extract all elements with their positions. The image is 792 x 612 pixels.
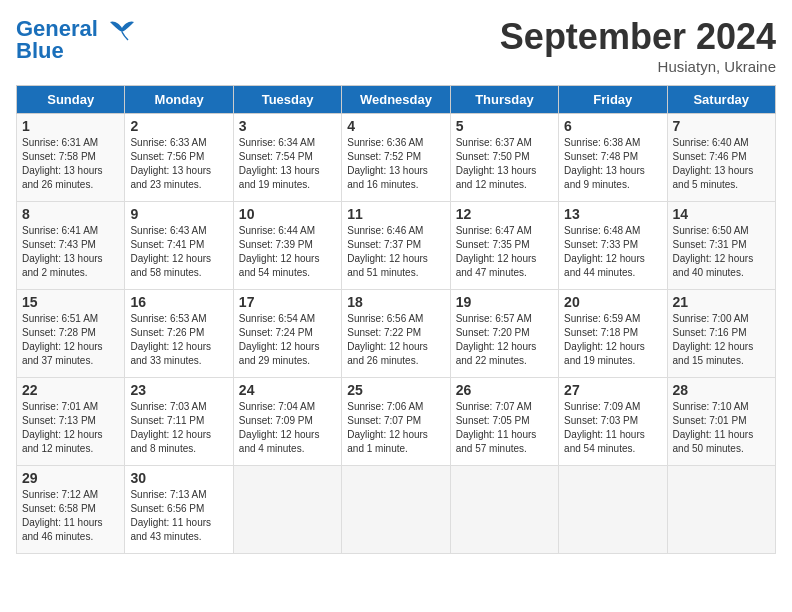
- calendar-day-cell: 24 Sunrise: 7:04 AM Sunset: 7:09 PM Dayl…: [233, 378, 341, 466]
- calendar-week-row: 15 Sunrise: 6:51 AM Sunset: 7:28 PM Dayl…: [17, 290, 776, 378]
- day-info: Sunrise: 6:43 AM Sunset: 7:41 PM Dayligh…: [130, 224, 227, 280]
- day-number: 13: [564, 206, 661, 222]
- calendar-day-cell: 9 Sunrise: 6:43 AM Sunset: 7:41 PM Dayli…: [125, 202, 233, 290]
- day-info: Sunrise: 7:12 AM Sunset: 6:58 PM Dayligh…: [22, 488, 119, 544]
- col-sunday: Sunday: [17, 86, 125, 114]
- day-number: 6: [564, 118, 661, 134]
- col-tuesday: Tuesday: [233, 86, 341, 114]
- day-number: 19: [456, 294, 553, 310]
- calendar-week-row: 29 Sunrise: 7:12 AM Sunset: 6:58 PM Dayl…: [17, 466, 776, 554]
- day-number: 29: [22, 470, 119, 486]
- calendar-day-cell: 28 Sunrise: 7:10 AM Sunset: 7:01 PM Dayl…: [667, 378, 775, 466]
- calendar-day-cell: 25 Sunrise: 7:06 AM Sunset: 7:07 PM Dayl…: [342, 378, 450, 466]
- day-info: Sunrise: 6:44 AM Sunset: 7:39 PM Dayligh…: [239, 224, 336, 280]
- day-number: 26: [456, 382, 553, 398]
- calendar-day-cell: 5 Sunrise: 6:37 AM Sunset: 7:50 PM Dayli…: [450, 114, 558, 202]
- day-number: 20: [564, 294, 661, 310]
- day-number: 4: [347, 118, 444, 134]
- calendar-day-cell: 17 Sunrise: 6:54 AM Sunset: 7:24 PM Dayl…: [233, 290, 341, 378]
- calendar-day-cell: [559, 466, 667, 554]
- calendar-day-cell: 2 Sunrise: 6:33 AM Sunset: 7:56 PM Dayli…: [125, 114, 233, 202]
- col-thursday: Thursday: [450, 86, 558, 114]
- day-number: 28: [673, 382, 770, 398]
- logo: General Blue: [16, 16, 138, 64]
- calendar-day-cell: 29 Sunrise: 7:12 AM Sunset: 6:58 PM Dayl…: [17, 466, 125, 554]
- day-info: Sunrise: 7:06 AM Sunset: 7:07 PM Dayligh…: [347, 400, 444, 456]
- calendar-table: Sunday Monday Tuesday Wednesday Thursday…: [16, 85, 776, 554]
- calendar-day-cell: 16 Sunrise: 6:53 AM Sunset: 7:26 PM Dayl…: [125, 290, 233, 378]
- day-number: 1: [22, 118, 119, 134]
- day-info: Sunrise: 7:09 AM Sunset: 7:03 PM Dayligh…: [564, 400, 661, 456]
- logo-bird-icon: [106, 18, 138, 42]
- day-info: Sunrise: 6:53 AM Sunset: 7:26 PM Dayligh…: [130, 312, 227, 368]
- day-info: Sunrise: 6:47 AM Sunset: 7:35 PM Dayligh…: [456, 224, 553, 280]
- calendar-day-cell: 3 Sunrise: 6:34 AM Sunset: 7:54 PM Dayli…: [233, 114, 341, 202]
- day-number: 23: [130, 382, 227, 398]
- day-number: 27: [564, 382, 661, 398]
- day-number: 7: [673, 118, 770, 134]
- calendar-day-cell: 7 Sunrise: 6:40 AM Sunset: 7:46 PM Dayli…: [667, 114, 775, 202]
- day-number: 8: [22, 206, 119, 222]
- day-info: Sunrise: 7:01 AM Sunset: 7:13 PM Dayligh…: [22, 400, 119, 456]
- day-info: Sunrise: 6:56 AM Sunset: 7:22 PM Dayligh…: [347, 312, 444, 368]
- day-info: Sunrise: 6:50 AM Sunset: 7:31 PM Dayligh…: [673, 224, 770, 280]
- day-number: 9: [130, 206, 227, 222]
- day-number: 12: [456, 206, 553, 222]
- day-number: 5: [456, 118, 553, 134]
- calendar-day-cell: 4 Sunrise: 6:36 AM Sunset: 7:52 PM Dayli…: [342, 114, 450, 202]
- month-title: September 2024: [500, 16, 776, 58]
- calendar-day-cell: 12 Sunrise: 6:47 AM Sunset: 7:35 PM Dayl…: [450, 202, 558, 290]
- calendar-day-cell: 18 Sunrise: 6:56 AM Sunset: 7:22 PM Dayl…: [342, 290, 450, 378]
- calendar-day-cell: 11 Sunrise: 6:46 AM Sunset: 7:37 PM Dayl…: [342, 202, 450, 290]
- day-info: Sunrise: 6:59 AM Sunset: 7:18 PM Dayligh…: [564, 312, 661, 368]
- calendar-day-cell: 26 Sunrise: 7:07 AM Sunset: 7:05 PM Dayl…: [450, 378, 558, 466]
- calendar-day-cell: [233, 466, 341, 554]
- day-number: 30: [130, 470, 227, 486]
- day-info: Sunrise: 6:31 AM Sunset: 7:58 PM Dayligh…: [22, 136, 119, 192]
- calendar-day-cell: 19 Sunrise: 6:57 AM Sunset: 7:20 PM Dayl…: [450, 290, 558, 378]
- day-number: 3: [239, 118, 336, 134]
- calendar-week-row: 1 Sunrise: 6:31 AM Sunset: 7:58 PM Dayli…: [17, 114, 776, 202]
- calendar-day-cell: [450, 466, 558, 554]
- calendar-day-cell: 10 Sunrise: 6:44 AM Sunset: 7:39 PM Dayl…: [233, 202, 341, 290]
- location: Husiatyn, Ukraine: [500, 58, 776, 75]
- day-number: 17: [239, 294, 336, 310]
- col-friday: Friday: [559, 86, 667, 114]
- calendar-day-cell: [667, 466, 775, 554]
- day-info: Sunrise: 6:38 AM Sunset: 7:48 PM Dayligh…: [564, 136, 661, 192]
- day-info: Sunrise: 7:00 AM Sunset: 7:16 PM Dayligh…: [673, 312, 770, 368]
- calendar-day-cell: 6 Sunrise: 6:38 AM Sunset: 7:48 PM Dayli…: [559, 114, 667, 202]
- calendar-day-cell: 21 Sunrise: 7:00 AM Sunset: 7:16 PM Dayl…: [667, 290, 775, 378]
- day-info: Sunrise: 6:54 AM Sunset: 7:24 PM Dayligh…: [239, 312, 336, 368]
- day-info: Sunrise: 6:57 AM Sunset: 7:20 PM Dayligh…: [456, 312, 553, 368]
- day-info: Sunrise: 7:04 AM Sunset: 7:09 PM Dayligh…: [239, 400, 336, 456]
- day-number: 11: [347, 206, 444, 222]
- day-info: Sunrise: 6:40 AM Sunset: 7:46 PM Dayligh…: [673, 136, 770, 192]
- day-number: 22: [22, 382, 119, 398]
- day-info: Sunrise: 6:51 AM Sunset: 7:28 PM Dayligh…: [22, 312, 119, 368]
- day-number: 14: [673, 206, 770, 222]
- day-info: Sunrise: 6:36 AM Sunset: 7:52 PM Dayligh…: [347, 136, 444, 192]
- calendar-day-cell: 14 Sunrise: 6:50 AM Sunset: 7:31 PM Dayl…: [667, 202, 775, 290]
- day-number: 2: [130, 118, 227, 134]
- calendar-day-cell: [342, 466, 450, 554]
- calendar-day-cell: 15 Sunrise: 6:51 AM Sunset: 7:28 PM Dayl…: [17, 290, 125, 378]
- col-monday: Monday: [125, 86, 233, 114]
- calendar-day-cell: 22 Sunrise: 7:01 AM Sunset: 7:13 PM Dayl…: [17, 378, 125, 466]
- calendar-day-cell: 13 Sunrise: 6:48 AM Sunset: 7:33 PM Dayl…: [559, 202, 667, 290]
- day-number: 15: [22, 294, 119, 310]
- page-header: General Blue September 2024 Husiatyn, Uk…: [16, 16, 776, 75]
- day-info: Sunrise: 6:48 AM Sunset: 7:33 PM Dayligh…: [564, 224, 661, 280]
- col-wednesday: Wednesday: [342, 86, 450, 114]
- calendar-day-cell: 8 Sunrise: 6:41 AM Sunset: 7:43 PM Dayli…: [17, 202, 125, 290]
- day-info: Sunrise: 6:41 AM Sunset: 7:43 PM Dayligh…: [22, 224, 119, 280]
- calendar-week-row: 22 Sunrise: 7:01 AM Sunset: 7:13 PM Dayl…: [17, 378, 776, 466]
- day-info: Sunrise: 7:07 AM Sunset: 7:05 PM Dayligh…: [456, 400, 553, 456]
- calendar-day-cell: 27 Sunrise: 7:09 AM Sunset: 7:03 PM Dayl…: [559, 378, 667, 466]
- day-number: 25: [347, 382, 444, 398]
- day-number: 21: [673, 294, 770, 310]
- day-info: Sunrise: 6:46 AM Sunset: 7:37 PM Dayligh…: [347, 224, 444, 280]
- calendar-day-cell: 20 Sunrise: 6:59 AM Sunset: 7:18 PM Dayl…: [559, 290, 667, 378]
- day-number: 10: [239, 206, 336, 222]
- calendar-day-cell: 23 Sunrise: 7:03 AM Sunset: 7:11 PM Dayl…: [125, 378, 233, 466]
